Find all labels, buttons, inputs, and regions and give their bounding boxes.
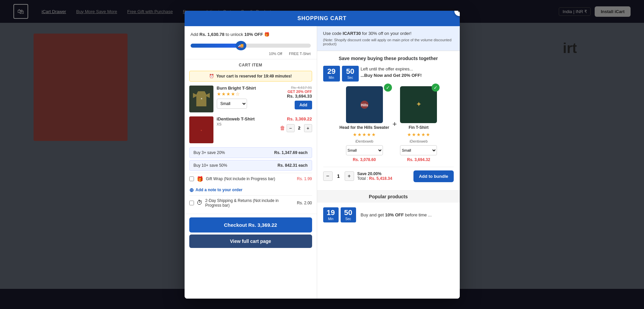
shipping-icon: ⏱: [197, 199, 203, 206]
star-5-half: ☆: [236, 91, 240, 97]
cart-item-1-discount-label: GET 20% OFF: [287, 90, 312, 94]
qty-decrease-button[interactable]: −: [287, 124, 295, 132]
bundle-product-2-price: Rs. 3,694.32: [407, 157, 430, 162]
volume-discount-price-1: Rs. 1,347.69 each: [274, 150, 307, 155]
bundle-section-title: Save money buying these products togethe…: [323, 56, 454, 61]
shipping-price: Rs. 2.00: [297, 201, 312, 205]
cart-item-1-stars: ★ ★ ★ ★ ☆: [217, 91, 284, 97]
cart-item-1-image: ☀: [189, 86, 213, 112]
bundle-product-1-image: Hills: [346, 86, 383, 123]
delete-item-icon[interactable]: 🗑: [280, 125, 285, 131]
bundle-product-1-name: Head for the Hills Sweater: [340, 125, 389, 130]
volume-discount-label-1: Buy 3+ save 20%: [194, 150, 225, 155]
add-to-bundle-button[interactable]: Add to bundle: [413, 170, 453, 182]
volume-discount-row-1: Buy 3+ save 20% Rs. 1,347.69 each: [189, 147, 312, 158]
star-4: ★: [231, 91, 235, 97]
bundle-product-2: ✦ ✓ Fin T-Shirt ★★★★★ iDentixweb SmallMe…: [400, 86, 437, 162]
shipping-label: 2-Day Shipping & Returns (Not include in…: [205, 198, 294, 208]
modal-body: Add Rs. 1,630.78 to unlock 10% OFF 🎁 🚚 1…: [185, 26, 460, 299]
gift-wrap-price: Rs. 1.99: [297, 176, 312, 181]
countdown-sec-box: 50 Sec: [342, 66, 359, 82]
shopping-cart-modal: SHOPPING CART × Add Rs. 1,630.78 to unlo…: [185, 11, 460, 299]
countdown-text: Left until the offer expires... ...Buy N…: [361, 66, 422, 79]
cart-item-2: ● iDentixweb T-Shirt XS Rs. 3,369.22 🗑 −…: [189, 116, 312, 143]
gift-wrap-checkbox[interactable]: [189, 176, 194, 181]
bundle-product-2-image: ✦: [400, 86, 437, 123]
bundle-plus-icon: +: [393, 120, 397, 128]
cart-items-section: CART ITEM ⏰ Your cart is reserved for 19…: [185, 59, 317, 214]
popular-section-title: Popular products: [317, 191, 460, 203]
cart-item-1-final-price: Rs. 3,694.33: [287, 94, 312, 99]
shipping-row: ⏱ 2-Day Shipping & Returns (Not include …: [189, 195, 312, 210]
cart-item-1-details: Burn Bright T-Shirt ★ ★ ★ ★ ☆ Small Medi…: [217, 86, 284, 109]
promo-banner: Use code ICART30 for 30% off on your ord…: [317, 26, 460, 51]
countdown-sec-label: Sec: [345, 76, 355, 80]
cart-header: CART ITEM: [189, 63, 312, 67]
popular-countdown-text: Buy and get 10% OFF before time ...: [358, 212, 432, 217]
svg-text:●: ●: [200, 129, 202, 132]
view-cart-button[interactable]: View full cart page: [189, 235, 312, 248]
bundle-product-2-check: ✓: [432, 84, 440, 92]
qty-value: 2: [296, 125, 303, 131]
countdown-min-box: 29 Min: [323, 66, 340, 82]
cart-item-1-name: Burn Bright T-Shirt: [217, 86, 284, 91]
add-note-row[interactable]: ⊕ Add a note to your order: [189, 185, 312, 195]
bundle-total-label: Total :: [357, 176, 368, 181]
bundle-product-1-stars: ★★★★★: [353, 132, 376, 137]
reservation-text: Your cart is reserved for 19:49 minutes!: [216, 74, 292, 79]
bundle-product-1-size-select[interactable]: SmallMediumLarge: [346, 145, 383, 155]
qty-increase-button[interactable]: +: [304, 124, 312, 132]
cart-item-2-details: iDentixweb T-Shirt XS: [217, 116, 277, 127]
cart-item-2-name: iDentixweb T-Shirt: [217, 116, 277, 121]
bundle-save-text: Save 20.00% Total : Rs. 5,418.34: [357, 171, 410, 181]
cart-item-1-size-select[interactable]: Small Medium Large XL: [217, 99, 247, 109]
bundle-product-1: Hills ✓ Head for the Hills Sweater ★★★★★…: [340, 86, 389, 162]
star-2: ★: [221, 91, 226, 97]
svg-text:Hills: Hills: [361, 103, 368, 107]
progress-text: Add Rs. 1,630.78 to unlock 10% OFF 🎁: [191, 32, 311, 38]
bundle-products: Hills ✓ Head for the Hills Sweater ★★★★★…: [323, 86, 454, 162]
bundle-product-1-price: Rs. 3,078.60: [353, 157, 376, 162]
checkout-button[interactable]: Checkout Rs. 3,369.22: [189, 217, 312, 233]
cart-item-1-price: Rs. 4,617.91 GET 20% OFF Rs. 3,694.33 Ad…: [287, 86, 312, 109]
svg-text:✦: ✦: [416, 101, 421, 108]
countdown-sec-value: 50: [345, 68, 355, 75]
cart-item-2-qty-control: 🗑 − 2 +: [280, 124, 312, 132]
progress-bar-container: 🚚: [191, 41, 311, 50]
close-button[interactable]: ×: [454, 11, 460, 16]
bundle-product-2-name: Fin T-Shirt: [409, 125, 429, 130]
svg-text:☀: ☀: [200, 97, 202, 100]
promo-main-text: Use code ICART30 for 30% off on your ord…: [323, 31, 454, 36]
gift-icon: 🎁: [197, 176, 203, 182]
add-note-icon: ⊕: [189, 187, 194, 193]
cart-item-2-variant: XS: [217, 122, 277, 126]
progress-truck-icon: 🚚: [236, 41, 246, 50]
bundle-section: Save money buying these products togethe…: [317, 51, 460, 191]
cart-item-1-original-price: Rs. 4,617.91: [287, 86, 312, 90]
bundle-product-2-size-select[interactable]: SmallMediumLarge: [400, 145, 437, 155]
popular-sec-value: 50: [344, 209, 353, 216]
volume-discount-row-2: Buy 10+ save 50% Rs. 842.31 each: [189, 160, 312, 171]
progress-label-discount: 10% Off: [269, 52, 282, 56]
progress-label-free-shirt: FREE T-Shirt: [289, 52, 311, 56]
bundle-qty-increase[interactable]: +: [345, 171, 354, 181]
promo-note: (Note: Shopify discount code will apply …: [323, 38, 454, 46]
alarm-icon: ⏰: [209, 74, 214, 79]
shipping-checkbox[interactable]: [189, 201, 194, 205]
cart-item-2-image: ●: [189, 116, 213, 143]
countdown-min-label: Min: [327, 76, 337, 80]
cart-item-2-price-section: Rs. 3,369.22 🗑 − 2 +: [280, 116, 312, 132]
right-panel: Use code ICART30 for 30% off on your ord…: [317, 26, 460, 299]
bundle-qty-decrease[interactable]: −: [323, 171, 333, 181]
progress-fill: 🚚: [191, 44, 241, 48]
cart-item-1: ☀ Burn Bright T-Shirt ★ ★ ★ ★ ☆: [189, 86, 312, 112]
popular-min-label: Min: [327, 217, 335, 221]
volume-discount-label-2: Buy 10+ save 50%: [194, 163, 227, 168]
popular-countdown-sec: 50 Sec: [341, 207, 356, 222]
add-to-cart-button[interactable]: Add: [295, 101, 312, 109]
popular-min-value: 19: [327, 209, 335, 216]
bundle-product-1-check: ✓: [384, 84, 392, 92]
bundle-footer: − 1 + Save 20.00% Total : Rs. 5,418.34 A…: [323, 167, 454, 186]
modal-title: SHOPPING CART: [297, 15, 346, 21]
bundle-product-2-stars: ★★★★★: [407, 132, 430, 137]
